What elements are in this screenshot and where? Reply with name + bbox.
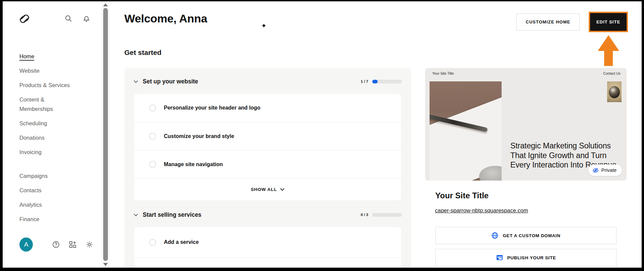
private-status-badge: Private: [588, 164, 622, 176]
squarespace-logo-icon[interactable]: [19, 13, 30, 24]
nav-divider-gap: [19, 162, 90, 171]
sidebar-item-campaigns[interactable]: Campaigns: [19, 171, 76, 181]
section-title: Start selling services: [143, 211, 361, 218]
checklist-section-header: Set up your website 1 / 7: [134, 76, 402, 86]
checklist-section-header: Start selling services 0 / 3: [134, 210, 402, 220]
notifications-bell-icon[interactable]: [83, 15, 90, 22]
account-avatar[interactable]: A: [19, 238, 33, 252]
site-title-heading: Your Site Title: [435, 191, 489, 200]
sidebar-item-analytics[interactable]: Analytics: [19, 200, 76, 209]
sidebar-item-invoicing[interactable]: Invoicing: [19, 147, 76, 157]
show-all-button[interactable]: SHOW ALL: [134, 178, 401, 200]
edit-site-button[interactable]: EDIT SITE: [589, 12, 628, 32]
sidebar-item-scheduling[interactable]: Scheduling: [19, 119, 76, 128]
search-icon[interactable]: [65, 15, 72, 22]
preview-contact-link: Contact Us: [603, 71, 621, 75]
chevron-down-icon: [280, 188, 284, 191]
sidebar-item-donations[interactable]: Donations: [19, 133, 76, 142]
task-row[interactable]: Customize your brand style: [134, 122, 401, 150]
preview-secondary-image: [607, 81, 622, 102]
chevron-down-icon[interactable]: [134, 80, 138, 83]
get-custom-domain-button[interactable]: GET A CUSTOM DOMAIN: [435, 227, 617, 244]
settings-gear-icon[interactable]: [86, 241, 93, 248]
sidebar: Home Website Products & Services Content…: [3, 1, 102, 268]
task-checkbox-circle[interactable]: [149, 133, 156, 140]
sidebar-item-contacts[interactable]: Contacts: [19, 186, 76, 195]
get-started-checklist: Set up your website 1 / 7 Personalize yo…: [124, 68, 411, 271]
sidebar-item-finance[interactable]: Finance: [19, 214, 76, 224]
eye-off-icon: [592, 167, 599, 174]
browser-window-icon: [496, 254, 503, 261]
sidebar-item-products-services[interactable]: Products & Services: [19, 80, 76, 90]
progress-bar: [372, 213, 402, 217]
page-title: Welcome, Anna: [124, 12, 207, 25]
squarespace-dashboard: Home Website Products & Services Content…: [0, 0, 644, 271]
section-count: 0 / 3: [361, 213, 368, 217]
vertical-scrollbar[interactable]: [102, 1, 109, 268]
scrollbar-thumb[interactable]: [103, 8, 108, 261]
task-row-partial: [134, 257, 401, 271]
scrollbar-down-arrow[interactable]: [103, 263, 108, 266]
preview-site-title: Your Site Title: [432, 71, 454, 75]
annotation-arrow-up: [598, 35, 619, 66]
task-row[interactable]: Personalize your site header and logo: [134, 94, 401, 122]
screenshot-border: [642, 0, 644, 271]
publish-site-button[interactable]: PUBLISH YOUR SITE: [435, 249, 617, 266]
get-started-heading: Get started: [124, 49, 162, 57]
help-icon[interactable]: [52, 241, 60, 248]
sidebar-nav: Home Website Products & Services Content…: [19, 52, 90, 229]
site-url-link[interactable]: caper-sparrow-nbtp.squarespace.com: [435, 207, 528, 214]
checklist-card: Personalize your site header and logo Cu…: [134, 94, 401, 200]
section-count: 1 / 7: [361, 79, 368, 83]
site-preview-thumbnail[interactable]: Your Site Title Contact Us Strategic Mar…: [425, 68, 627, 181]
preview-hero-image: [430, 81, 502, 181]
cursor-mark: [262, 24, 265, 27]
sidebar-item-home[interactable]: Home: [19, 52, 76, 61]
task-checkbox-circle[interactable]: [149, 161, 156, 168]
screenshot-border: [0, 0, 3, 271]
preview-header: Your Site Title Contact Us: [425, 68, 627, 80]
chevron-down-icon[interactable]: [134, 213, 138, 216]
globe-icon: [491, 232, 499, 239]
task-row[interactable]: Add a service: [134, 227, 401, 257]
customize-home-button[interactable]: CUSTOMIZE HOME: [516, 13, 580, 30]
task-checkbox-circle[interactable]: [149, 239, 156, 246]
progress-bar: [372, 80, 402, 83]
task-checkbox-circle[interactable]: [149, 105, 156, 112]
scrollbar-up-arrow[interactable]: [103, 3, 108, 6]
task-row[interactable]: Manage site navigation: [134, 150, 401, 178]
sidebar-item-content-memberships[interactable]: Content & Memberships: [19, 95, 76, 114]
sidebar-item-website[interactable]: Website: [19, 66, 76, 75]
checklist-card: Add a service: [134, 227, 401, 271]
extensions-grid-icon[interactable]: [69, 241, 76, 248]
section-title: Set up your website: [143, 78, 361, 85]
